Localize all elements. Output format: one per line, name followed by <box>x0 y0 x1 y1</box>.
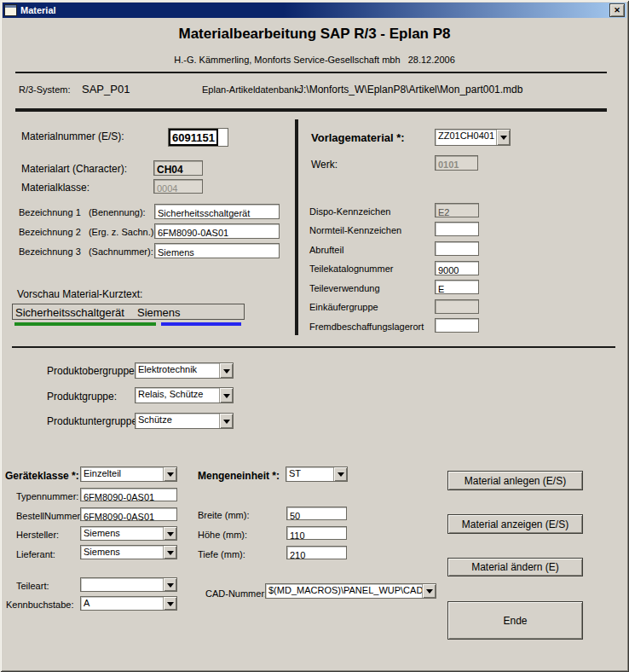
chevron-down-icon[interactable] <box>219 388 233 403</box>
materialklasse-label: Materialklasse: <box>21 182 89 194</box>
normteil-label: Normteil-Kennzeichen <box>309 225 401 235</box>
chevron-down-icon[interactable] <box>163 546 176 559</box>
chevron-down-icon[interactable] <box>333 467 347 481</box>
dispo-value <box>436 206 478 219</box>
bestellnummer-label: BestellNummer: <box>16 511 83 521</box>
cad-nummer-label: CAD-Nummer: <box>205 588 267 599</box>
produktobergruppe-dropdown[interactable]: Elektrotechnik <box>135 362 234 379</box>
produktgruppe-dropdown[interactable]: Relais, Schütze <box>135 387 234 403</box>
page-subtitle: H.-G. Kämmerling, Monforts Service-Gesel… <box>0 55 629 65</box>
abrufteil-input[interactable] <box>435 241 479 256</box>
materialart-label: Materialart (Character): <box>21 163 127 175</box>
chevron-down-icon[interactable] <box>422 584 436 598</box>
chevron-down-icon[interactable] <box>219 363 233 378</box>
divider-info <box>15 108 607 112</box>
bezeichnung3-label: Bezeichnung 3 (Sachnummer): <box>19 246 153 257</box>
produktgruppe-label: Produktgruppe: <box>47 391 117 403</box>
eplan-db-label: Eplan-Artikeldatenbank: <box>202 84 302 95</box>
hersteller-label: Hersteller: <box>16 530 59 540</box>
materialnummer-input[interactable]: 6091151 <box>168 128 228 147</box>
vorlagematerial-dropdown[interactable]: ZZ01CH0401 <box>435 129 511 146</box>
bezeichnung2-input[interactable] <box>154 223 280 239</box>
close-button[interactable]: ✕ <box>609 3 625 17</box>
materialnummer-value: 6091151 <box>169 129 218 146</box>
vorschau-text2: Siemens <box>137 306 181 319</box>
lieferant-dropdown[interactable]: Siemens <box>80 545 177 559</box>
hoehe-label: Höhe (mm): <box>198 530 247 540</box>
divider-middle <box>12 346 615 348</box>
werk-label: Werk: <box>311 159 338 171</box>
ende-button[interactable]: Ende <box>447 601 583 640</box>
r3-system-label: R/3-System: <box>19 84 71 95</box>
kennbuchstabe-dropdown[interactable]: A <box>80 596 177 611</box>
typennummer-input[interactable] <box>80 488 177 501</box>
chevron-down-icon[interactable] <box>219 414 233 428</box>
cad-nummer-dropdown[interactable]: $(MD_MACROS)\PANEL_WUP\CAD_S <box>265 583 436 599</box>
fremdbeschaffungslagerort-input[interactable] <box>435 318 479 333</box>
material-anzeigen-button[interactable]: Material anzeigen (E/S) <box>447 514 583 534</box>
mengeneinheit-dropdown[interactable]: ST <box>286 466 348 482</box>
vorschau-underline-blue <box>161 322 241 326</box>
chevron-down-icon[interactable] <box>496 130 510 145</box>
material-window: Material ✕ Materialbearbeitung SAP R/3 -… <box>0 0 629 672</box>
dispo-field <box>435 203 479 217</box>
material-aendern-button[interactable]: Material ändern (E) <box>447 558 583 576</box>
werk-field <box>435 155 478 171</box>
materialnummer-label: Materialnummer (E/S): <box>21 130 124 142</box>
eplan-db-value: J:\Monforts_W\EplanP8\Artikel\Mon_part00… <box>298 84 522 96</box>
dispo-label: Dispo-Kennzeichen <box>309 206 390 217</box>
bezeichnung2-label: Bezeichnung 2 (Erg. z. Sachn.): <box>19 227 156 237</box>
breite-label: Breite (mm): <box>198 510 250 520</box>
vorschau-underline-green <box>14 322 156 326</box>
hoehe-input[interactable] <box>286 526 347 540</box>
divider-header <box>15 72 607 73</box>
r3-system-value: SAP_P01 <box>82 83 130 96</box>
teileverwendung-label: Teileverwendung <box>309 283 380 293</box>
mengeneinheit-label: Mengeneinheit *: <box>198 470 280 482</box>
geraeteklasse-dropdown[interactable]: Einzelteil <box>80 466 177 482</box>
teilekatalognummer-label: Teilekatalognummer <box>309 264 393 274</box>
page-title: Materialbearbeitung SAP R/3 - Eplan P8 <box>0 26 629 43</box>
teilekatalognummer-input[interactable] <box>435 261 479 275</box>
window-title: Material <box>20 5 56 15</box>
produktobergruppe-label: Produktobergruppe: <box>47 365 137 377</box>
bezeichnung3-input[interactable] <box>154 243 280 258</box>
materialart-field <box>153 160 203 176</box>
bestellnummer-input[interactable] <box>80 507 177 521</box>
produktuntergruppe-dropdown[interactable]: Schütze <box>135 413 234 429</box>
abrufteil-label: Abrufteil <box>309 245 343 255</box>
tiefe-label: Tiefe (mm): <box>198 549 245 559</box>
vorschau-text1: Sicherheitsschaltgerät <box>15 306 124 319</box>
werk-value <box>436 158 477 171</box>
tiefe-input[interactable] <box>286 546 347 559</box>
vorlagematerial-label: Vorlagematerial *: <box>311 131 405 144</box>
divider-columns <box>295 119 298 335</box>
geraeteklasse-label: Geräteklasse *: <box>5 470 79 482</box>
lieferant-label: Lieferant: <box>16 549 55 559</box>
bezeichnung1-input[interactable] <box>154 204 280 219</box>
bezeichnung1-label: Bezeichnung 1 (Benennung): <box>19 207 146 217</box>
teileverwendung-input[interactable] <box>435 280 479 294</box>
fremdbeschaffungslagerort-label: Fremdbeschaffungslagerort <box>309 322 424 332</box>
teileart-dropdown[interactable] <box>80 577 177 592</box>
chevron-down-icon[interactable] <box>163 578 176 591</box>
teileart-label: Teileart: <box>16 581 49 591</box>
vorschau-label: Vorschau Material-Kurztext: <box>17 288 142 300</box>
produktuntergruppe-label: Produktuntergruppe: <box>47 415 140 427</box>
normteil-input[interactable] <box>435 222 479 236</box>
chevron-down-icon[interactable] <box>163 597 176 610</box>
materialart-value <box>154 163 202 177</box>
materialklasse-field <box>153 179 203 194</box>
chevron-down-icon[interactable] <box>163 527 176 540</box>
kennbuchstabe-label: Kennbuchstabe: <box>6 600 74 610</box>
chevron-down-icon[interactable] <box>163 467 176 481</box>
typennummer-label: Typennummer: <box>16 491 78 501</box>
form-icon <box>4 4 17 16</box>
breite-input[interactable] <box>286 507 347 520</box>
hersteller-dropdown[interactable]: Siemens <box>80 526 177 541</box>
einkaeufergruppe-field <box>435 299 479 314</box>
vorschau-box: Sicherheitsschaltgerät Siemens <box>12 304 245 320</box>
einkaeufergruppe-label: Einkäufergruppe <box>309 302 378 312</box>
material-anlegen-button[interactable]: Material anlegen (E/S) <box>447 471 583 490</box>
titlebar: Material ✕ <box>3 3 626 18</box>
